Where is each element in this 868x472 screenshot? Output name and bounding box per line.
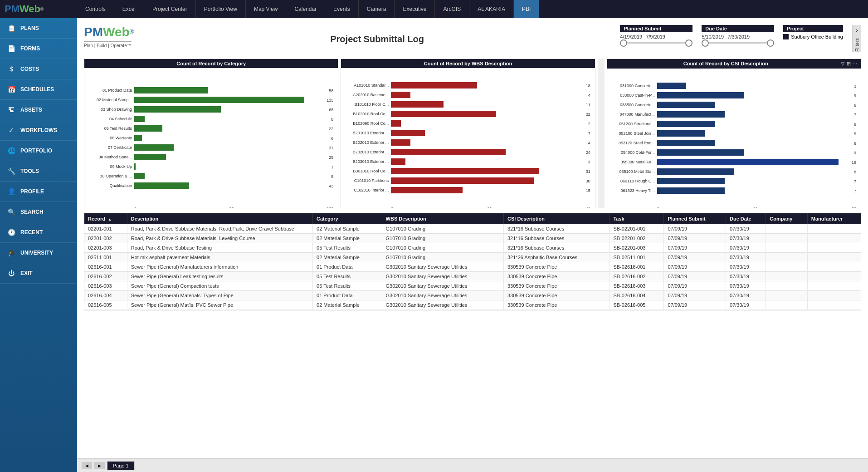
bar-fill (391, 158, 405, 165)
nav-alakaria[interactable]: AL AKARIA (469, 0, 514, 18)
nav-excel[interactable]: Excel (114, 0, 144, 18)
bar-row[interactable]: B102090 Roof Co...2 (343, 119, 590, 128)
bar-row[interactable]: A101010 Standar...18 (343, 81, 590, 89)
bar-row[interactable]: 10 Operation & ...8 (87, 172, 333, 180)
sidebar-item-costs[interactable]: $ COSTS (0, 59, 77, 79)
table-row[interactable]: 02616-005Sewer Pipe (General) Mat'ls: PV… (84, 300, 861, 310)
bar-row[interactable]: 07 Certificate31 (87, 143, 333, 152)
nav-camera[interactable]: Camera (359, 0, 395, 18)
bar-row[interactable]: 06 Warranty6 (87, 134, 333, 142)
bar-row[interactable]: 031000 Concrete...3 (610, 82, 856, 90)
col-due-date[interactable]: Due Date (726, 213, 766, 224)
sidebar-profile-label: PROFILE (20, 188, 44, 195)
col-task[interactable]: Task (610, 213, 664, 224)
bar-row[interactable]: 053120 Steel Roo...6 (610, 139, 856, 147)
bar-row[interactable]: 061323 Heavy Ti...7 (610, 187, 856, 195)
due-date-slider[interactable] (702, 42, 774, 44)
bar-row[interactable]: 033000 Cast-in-P...9 (610, 91, 856, 99)
bar-row[interactable]: C101010 Partitions30 (343, 177, 590, 185)
nav-project-center[interactable]: Project Center (144, 0, 196, 18)
nav-controls[interactable]: Controls (77, 0, 114, 18)
col-wbs[interactable]: WBS Description (382, 213, 503, 224)
bar-row[interactable]: B101010 Floor C...11 (343, 100, 590, 108)
bar-row[interactable]: 033500 Concrete...6 (610, 101, 856, 109)
filters-collapse-panel[interactable]: › Filters (852, 25, 861, 52)
page-tab-1[interactable]: Page 1 (107, 461, 135, 470)
bar-row[interactable]: 055100 Metal Sta...8 (610, 167, 856, 176)
bar-row[interactable]: 08 Method State...25 (87, 153, 333, 161)
col-planned-submit[interactable]: Planned Submit (664, 213, 726, 224)
col-description[interactable]: Description (127, 213, 312, 224)
sidebar-item-profile[interactable]: 👤 PROFILE (0, 182, 77, 202)
bar-row[interactable]: B201010 Exterior ...7 (343, 129, 590, 137)
table-row[interactable]: 02201-001Road, Park & Drive Subbase Mate… (84, 224, 861, 234)
chart-scrollbar[interactable] (598, 59, 605, 208)
bar-row[interactable]: 02 Material Samp...135 (87, 96, 333, 104)
bar-row[interactable]: B102010 Roof Co...22 (343, 110, 590, 118)
due-date-left-thumb[interactable] (702, 39, 709, 47)
sidebar-item-forms[interactable]: 📄 FORMS (0, 39, 77, 59)
table-row[interactable]: 02201-002Road, Park & Drive Subbase Mate… (84, 233, 861, 243)
bar-row[interactable]: 055000 Metal Fa...19 (610, 158, 856, 166)
table-row[interactable]: 02616-004Sewer Pipe (General) Materials:… (84, 290, 861, 300)
table-row[interactable]: 02616-002Sewer Pipe (General) Leak testi… (84, 271, 861, 281)
next-page-button[interactable]: ► (94, 462, 105, 469)
table-row[interactable]: 02616-001Sewer Pipe (General) Manufactur… (84, 262, 861, 271)
bar-row[interactable]: 047000 Manufact...7 (610, 110, 856, 118)
sidebar-item-workflows[interactable]: ✓ WORKFLOWS (0, 120, 77, 141)
col-category[interactable]: Category (313, 213, 382, 224)
table-cell: 07/09/19 (664, 262, 726, 271)
sidebar-item-portfolio[interactable]: 🌐 PORTFOLIO (0, 141, 77, 161)
sidebar-item-assets[interactable]: 🏗 ASSETS (0, 100, 77, 120)
sidebar-item-tools[interactable]: 🔧 TOOLS (0, 161, 77, 182)
table-row[interactable]: 02201-003Road, Park & Drive Subbase Test… (84, 243, 861, 252)
nav-portfolio-view[interactable]: Portfolio View (196, 0, 246, 18)
bar-row[interactable]: B203010 Exterior ...3 (343, 157, 590, 166)
bar-row[interactable]: 03 Shop Drawing68 (87, 105, 333, 113)
nav-events[interactable]: Events (325, 0, 359, 18)
bar-fill (657, 159, 839, 165)
sidebar-item-schedules[interactable]: 📅 SCHEDULES (0, 79, 77, 100)
bar-row[interactable]: C102010 Interior ...15 (343, 186, 590, 194)
bar-row[interactable]: 052100 Steel Jois...5 (610, 129, 856, 138)
sidebar-item-exit[interactable]: ⏻ EXIT (0, 263, 77, 284)
bar-row[interactable]: 01 Product Data58 (87, 86, 333, 94)
bar-row[interactable]: 09 Mock-Up1 (87, 162, 333, 171)
filter-icon[interactable]: ▽ (841, 61, 844, 67)
nav-calendar[interactable]: Calendar (286, 0, 325, 18)
planned-submit-slider[interactable] (620, 42, 692, 44)
sidebar-item-university[interactable]: 🎓 UNIVERSITY (0, 243, 77, 263)
col-csi[interactable]: CSI Description (504, 213, 610, 224)
more-icon[interactable]: ··· (853, 61, 857, 66)
bar-row[interactable]: A202010 Baseme...4 (343, 91, 590, 99)
nav-arcgis[interactable]: ArcGIS (435, 0, 469, 18)
table-row[interactable]: 02511-001Hot mix asphalt pavement Materi… (84, 252, 861, 262)
sidebar-item-recent[interactable]: 🕐 RECENT (0, 222, 77, 243)
bar-row[interactable]: B301010 Roof Co...31 (343, 167, 590, 175)
nav-pbi[interactable]: PBI (514, 0, 539, 18)
sidebar-item-plans[interactable]: 📋 PLANS (0, 18, 77, 39)
bar-row[interactable]: 060110 Rough C...7 (610, 177, 856, 185)
col-company[interactable]: Company (766, 213, 808, 224)
bar-row[interactable]: 05 Test Results22 (87, 124, 333, 133)
due-date-right-thumb[interactable] (767, 39, 774, 47)
table-cell: 02616-002 (84, 271, 127, 281)
bar-row[interactable]: Qualification43 (87, 182, 333, 190)
expand-icon[interactable]: ⊞ (847, 61, 851, 67)
table-row[interactable]: 02616-003Sewer Pipe (General) Compaction… (84, 281, 861, 290)
col-manufacturer[interactable]: Manufacturer (807, 213, 861, 224)
bar-row[interactable]: B202010 Exterior ...4 (343, 138, 590, 147)
col-record[interactable]: Record ▲ (84, 213, 127, 224)
bar-row[interactable]: B202010 Exterior ...24 (343, 148, 590, 156)
nav-executive[interactable]: Executive (395, 0, 435, 18)
planned-submit-left-thumb[interactable] (620, 39, 627, 47)
sidebar-item-search[interactable]: 🔍 SEARCH (0, 202, 77, 222)
nav-map-view[interactable]: Map View (246, 0, 286, 18)
bar-row[interactable]: 054000 Cold-For...9 (610, 148, 856, 157)
bar-row[interactable]: 04 Schedule8 (87, 115, 333, 123)
prev-page-button[interactable]: ◄ (82, 462, 92, 469)
bar-row[interactable]: 051200 Structural...6 (610, 120, 856, 128)
table-cell: 01 Product Data (313, 262, 382, 271)
planned-submit-right-thumb[interactable] (685, 39, 692, 47)
bar-label: 06 Warranty (87, 136, 132, 140)
